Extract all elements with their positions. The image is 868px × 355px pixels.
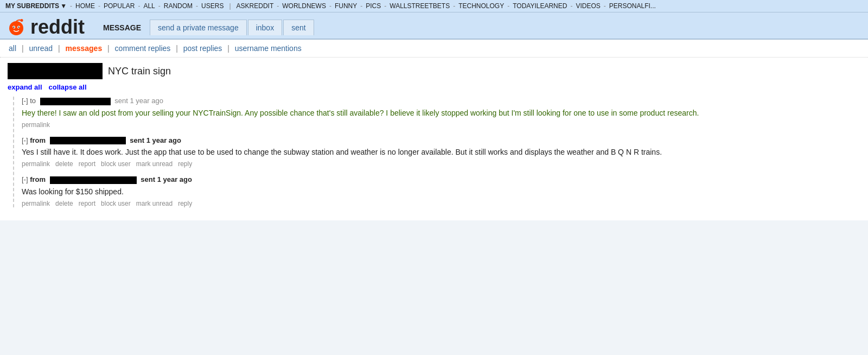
permalink-link[interactable]: permalink — [22, 200, 50, 207]
dropdown-arrow-icon: ▼ — [60, 2, 67, 10]
nav-askreddit[interactable]: ASKREDDIT — [237, 2, 274, 10]
sub-nav: all | unread | messages | comment replie… — [0, 40, 868, 58]
redacted-username — [40, 98, 111, 105]
message-header: [-] from sent 1 year ago — [22, 136, 860, 145]
main-content: NYC train sign expand all collapse all [… — [0, 58, 868, 220]
collapse-bracket[interactable]: [-] — [22, 175, 28, 183]
collapse-all-link[interactable]: collapse all — [48, 83, 86, 91]
message-item: [-] to sent 1 year ago Hey there! I saw … — [22, 97, 860, 129]
expand-collapse-controls: expand all collapse all — [8, 83, 860, 91]
nav-funny[interactable]: FUNNY — [335, 2, 357, 10]
nav-technology[interactable]: TECHNOLOGY — [458, 2, 504, 10]
reply-link[interactable]: reply — [178, 160, 192, 168]
report-link[interactable]: report — [79, 160, 95, 168]
logo: reddit — [5, 16, 85, 39]
svg-point-3 — [13, 27, 14, 28]
svg-point-7 — [21, 19, 23, 22]
message-body: Was looking for $150 shipped. — [22, 186, 860, 198]
svg-point-4 — [18, 27, 19, 28]
expand-all-link[interactable]: expand all — [8, 83, 42, 91]
delete-link[interactable]: delete — [55, 160, 73, 168]
block-user-link[interactable]: block user — [101, 200, 131, 207]
subnav-all[interactable]: all — [8, 44, 17, 53]
thread-title: NYC train sign — [108, 66, 171, 77]
nav-personalfi[interactable]: PERSONALFI... — [609, 2, 656, 10]
message-header: [-] to sent 1 year ago — [22, 97, 860, 105]
message-actions: permalink — [22, 121, 860, 129]
collapse-bracket[interactable]: [-] — [22, 97, 28, 105]
mark-unread-link[interactable]: mark unread — [136, 200, 173, 207]
subnav-post-replies[interactable]: post replies — [182, 44, 224, 53]
delete-link[interactable]: delete — [55, 200, 73, 207]
message-actions: permalink delete report block user mark … — [22, 160, 860, 168]
header-tabs: MESSAGE send a private message inbox sen… — [95, 20, 315, 35]
message-header: [-] from sent 1 year ago — [22, 175, 860, 184]
block-user-link[interactable]: block user — [101, 160, 131, 168]
nav-home[interactable]: HOME — [75, 2, 95, 10]
message-body: Yes I still have it. It does work. Just … — [22, 147, 860, 158]
redacted-username — [50, 176, 137, 184]
mark-unread-link[interactable]: mark unread — [136, 160, 173, 168]
report-link[interactable]: report — [79, 200, 95, 207]
subnav-unread[interactable]: unread — [28, 44, 54, 53]
nav-all[interactable]: ALL — [143, 2, 155, 10]
nav-popular[interactable]: POPULAR — [104, 2, 135, 10]
nav-videos[interactable]: VIDEOS — [576, 2, 600, 10]
my-subreddits-button[interactable]: MY SUBREDDITS ▼ — [5, 2, 67, 10]
logo-text: reddit — [30, 16, 85, 39]
message-item: [-] from sent 1 year ago Yes I still hav… — [22, 136, 860, 168]
message-item: [-] from sent 1 year ago Was looking for… — [22, 175, 860, 207]
nav-pics[interactable]: PICS — [366, 2, 381, 10]
tab-send-private-message[interactable]: send a private message — [150, 20, 247, 35]
tab-sent[interactable]: sent — [283, 20, 314, 35]
tab-inbox[interactable]: inbox — [248, 20, 282, 35]
nav-worldnews[interactable]: WORLDNEWS — [282, 2, 326, 10]
reddit-alien-icon — [5, 16, 27, 38]
subnav-comment-replies[interactable]: comment replies — [114, 44, 172, 53]
redacted-subject-block — [8, 63, 103, 79]
nav-users[interactable]: USERS — [201, 2, 224, 10]
nav-todayilearned[interactable]: TODAYILEARNED — [513, 2, 567, 10]
redacted-username — [50, 137, 126, 144]
nav-random[interactable]: RANDOM — [164, 2, 193, 10]
message-body: Hey there! I saw an old post from your s… — [22, 107, 860, 119]
svg-point-6 — [19, 27, 22, 29]
message-actions: permalink delete report block user mark … — [22, 200, 860, 207]
permalink-link[interactable]: permalink — [22, 160, 50, 168]
tab-message-title: MESSAGE — [95, 20, 149, 35]
message-thread: [-] to sent 1 year ago Hey there! I saw … — [13, 97, 860, 207]
top-nav: MY SUBREDDITS ▼ - HOME - POPULAR - ALL -… — [0, 0, 868, 12]
nav-wallstreetbets[interactable]: WALLSTREETBETS — [390, 2, 450, 10]
permalink-link[interactable]: permalink — [22, 121, 50, 129]
thread-subject: NYC train sign — [8, 63, 860, 79]
subnav-username-mentions[interactable]: username mentions — [234, 44, 303, 53]
header: reddit MESSAGE send a private message in… — [0, 12, 868, 40]
collapse-bracket[interactable]: [-] — [22, 136, 28, 144]
reply-link[interactable]: reply — [178, 200, 192, 207]
subnav-messages-active: messages — [64, 44, 103, 53]
svg-point-5 — [10, 27, 14, 29]
